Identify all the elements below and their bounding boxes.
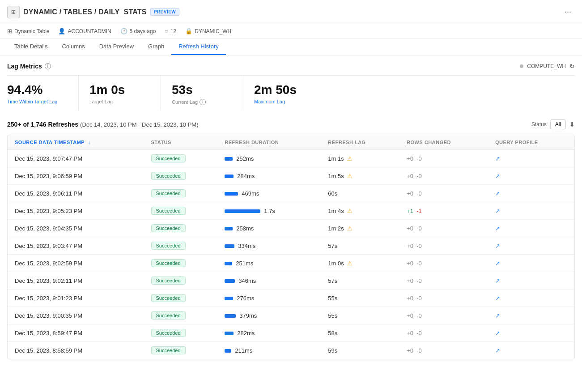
lag-metrics-title: Lag Metrics i [7,63,51,70]
tab-refresh-history[interactable]: Refresh History [171,38,226,55]
status-badge: Succeeded [151,346,186,354]
table-row: Dec 15, 2023, 9:05:23 PMSucceeded 1.7s 1… [8,202,574,220]
rows-positive: +1 [407,208,413,214]
metric-label-1: Target Lag [89,99,150,104]
metric-target-lag: 1m 0s Target Lag [89,76,161,111]
lag-info-icon[interactable]: i [45,63,51,69]
query-profile-link[interactable]: ↗ [495,173,500,179]
cell-rows-changed: +0 -0 [399,342,488,359]
lag-value: 59s [328,347,337,354]
tab-columns[interactable]: Columns [55,38,92,55]
duration-text: 252ms [236,155,254,162]
lag-warn-icon: ⚠ [347,208,353,214]
query-profile-link[interactable]: ↗ [495,347,500,354]
duration-cell: 1.7s [225,208,314,214]
col-status[interactable]: STATUS [144,135,218,150]
query-profile-link[interactable]: ↗ [495,243,500,249]
tabs: Table Details Columns Data Preview Graph… [0,38,582,55]
col-query-profile[interactable]: QUERY PROFILE [488,135,574,150]
status-badge: Succeeded [151,154,186,162]
tab-data-preview[interactable]: Data Preview [92,38,141,55]
compute-wh-label: COMPUTE_WH [527,63,566,69]
query-profile-link[interactable]: ↗ [495,190,500,197]
current-lag-info-icon[interactable]: i [200,99,206,105]
duration-bar-wrap [225,347,231,354]
rows-negative: -0 [416,155,422,162]
lag-warn-icon: ⚠ [347,260,353,267]
cell-status: Succeeded [144,202,218,220]
duration-text: 276ms [237,295,254,302]
cell-status: Succeeded [144,167,218,185]
status-badge: Succeeded [151,207,186,215]
duration-bar-wrap [225,208,260,214]
query-profile-link[interactable]: ↗ [495,208,500,214]
duration-bar-wrap [225,260,232,267]
cell-lag: 1m 1s ⚠ [321,150,399,167]
metric-label-0: Time Within Target Lag [7,99,68,104]
rows-positive: +0 [407,155,413,162]
table-row: Dec 15, 2023, 9:07:47 PMSucceeded 252ms … [8,150,574,167]
lag-value: 1m 1s [328,155,344,162]
cell-query-profile: ↗ [488,237,574,255]
rows-positive: +0 [407,190,413,197]
duration-cell: 469ms [225,190,314,197]
col-refresh-lag[interactable]: REFRESH LAG [321,135,399,150]
cell-timestamp: Dec 15, 2023, 9:03:47 PM [8,237,144,255]
query-profile-link[interactable]: ↗ [495,155,500,162]
rows-negative: -1 [416,208,422,214]
metric-value-1: 1m 0s [89,83,150,97]
role-icon: 👤 [58,28,65,34]
cell-timestamp: Dec 15, 2023, 9:02:59 PM [8,255,144,272]
query-profile-link[interactable]: ↗ [495,277,500,284]
duration-bar [225,157,233,161]
query-profile-link[interactable]: ↗ [495,225,500,232]
query-profile-link[interactable]: ↗ [495,260,500,267]
duration-text: 258ms [236,225,254,232]
col-refresh-duration[interactable]: REFRESH DURATION [217,135,321,150]
duration-bar-wrap [225,173,234,179]
lag-value: 55s [328,295,337,302]
cell-query-profile: ↗ [488,342,574,359]
status-filter-value[interactable]: All [550,119,566,129]
table-row: Dec 15, 2023, 9:03:47 PMSucceeded 334ms … [8,237,574,255]
col-rows-changed[interactable]: ROWS CHANGED [399,135,488,150]
metric-value-3: 2m 50s [254,83,315,97]
breadcrumb: DYNAMIC / TABLES / DAILY_STATS [23,8,147,16]
meta-bar: ⊞ Dynamic Table 👤 ACCOUNTADMIN 🕐 5 days … [0,24,582,38]
duration-bar [225,192,238,196]
more-button[interactable]: ··· [561,5,575,18]
tab-graph[interactable]: Graph [141,38,171,55]
col-source-ts[interactable]: SOURCE DATA TIMESTAMP ↓ [8,135,144,150]
cell-status: Succeeded [144,324,218,342]
duration-text: 211ms [235,347,252,354]
query-profile-link[interactable]: ↗ [495,312,500,319]
duration-bar [225,349,231,353]
meta-type: ⊞ Dynamic Table [7,28,49,34]
refresh-icon[interactable]: ↻ [569,63,575,70]
query-profile-link[interactable]: ↗ [495,295,500,302]
cell-query-profile: ↗ [488,307,574,324]
query-profile-link[interactable]: ↗ [495,330,500,337]
clock-icon: 🕐 [120,28,127,34]
duration-bar [225,279,235,283]
rows-positive: +0 [407,347,413,354]
duration-bar-wrap [225,277,235,284]
rows-negative: -0 [416,225,422,232]
cell-query-profile: ↗ [488,185,574,202]
cell-duration: 379ms [217,307,321,324]
export-button[interactable]: ⬇ [569,121,575,128]
cell-duration: 346ms [217,272,321,290]
cell-lag: 1m 5s ⚠ [321,167,399,185]
meta-time-label: 5 days ago [130,28,156,34]
duration-cell: 276ms [225,295,314,302]
refreshes-count: 250+ of 1,746 Refreshes [7,121,78,128]
cell-duration: 258ms [217,220,321,237]
cell-rows-changed: +0 -0 [399,237,488,255]
duration-cell: 346ms [225,277,314,284]
rows-positive: +0 [407,312,413,319]
tab-table-details[interactable]: Table Details [7,38,55,55]
content: Lag Metrics i COMPUTE_WH ↻ 94.4% Time Wi… [0,55,582,366]
cell-duration: 334ms [217,237,321,255]
cell-duration: 211ms [217,342,321,359]
cell-status: Succeeded [144,272,218,290]
